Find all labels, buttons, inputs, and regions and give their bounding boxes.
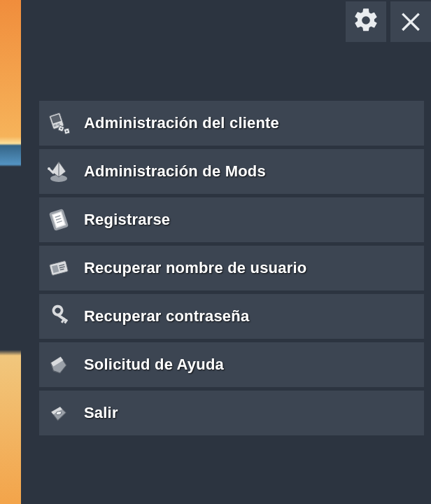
mods-admin-icon	[43, 156, 74, 187]
close-button[interactable]	[390, 1, 431, 42]
menu-item-recover-username[interactable]: Recuperar nombre de usuario	[39, 246, 424, 290]
menu-item-label: Recuperar contraseña	[84, 307, 249, 326]
gear-icon	[352, 6, 380, 37]
menu-item-recover-password[interactable]: Recuperar contraseña	[39, 294, 424, 339]
menu-item-client-admin[interactable]: Administración del cliente	[39, 101, 424, 146]
main-panel: Administración del cliente Administració…	[21, 0, 431, 504]
help-request-icon	[43, 349, 74, 380]
settings-button[interactable]	[346, 1, 386, 42]
menu-item-label: Administración de Mods	[84, 162, 266, 181]
client-admin-icon	[43, 108, 74, 139]
menu-item-exit[interactable]: Salir	[39, 391, 424, 435]
svg-point-9	[48, 167, 50, 170]
svg-rect-16	[49, 260, 68, 275]
exit-icon	[43, 398, 74, 428]
menu-item-help-request[interactable]: Solicitud de Ayuda	[39, 342, 424, 387]
svg-point-6	[60, 127, 62, 130]
top-bar	[21, 0, 431, 42]
menu-item-label: Registrarse	[84, 211, 170, 229]
menu-list: Administración del cliente Administració…	[39, 101, 424, 435]
menu-item-label: Salir	[84, 404, 118, 422]
menu-item-mods-admin[interactable]: Administración de Mods	[39, 149, 424, 194]
menu-item-label: Recuperar nombre de usuario	[84, 259, 306, 277]
recover-password-icon	[43, 301, 74, 332]
menu-item-register[interactable]: Registrarse	[39, 197, 424, 242]
menu-item-label: Administración del cliente	[84, 114, 279, 132]
menu-item-label: Solicitud de Ayuda	[84, 356, 224, 374]
background-gradient	[0, 0, 21, 504]
recover-username-icon	[43, 253, 74, 284]
svg-point-7	[66, 130, 68, 132]
close-icon	[397, 6, 425, 37]
register-icon	[43, 204, 74, 235]
